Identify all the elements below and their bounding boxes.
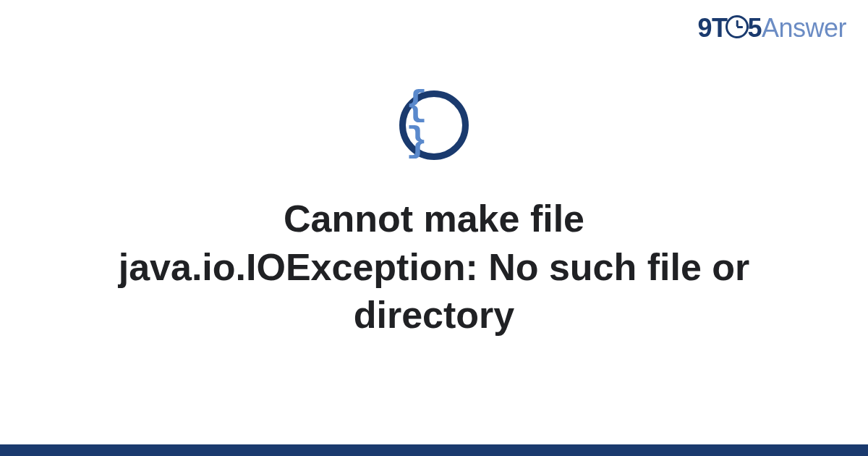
main-content: { } Cannot make file java.io.IOException… [0,90,868,339]
footer-bar [0,444,868,456]
brand-logo: 9T5Answer [697,13,846,43]
brand-text-9t: 9T [697,13,727,43]
clock-icon [726,15,749,38]
topic-icon-circle: { } [399,90,469,160]
code-braces-icon: { } [406,88,462,160]
brand-text-answer: Answer [762,13,846,43]
question-title: Cannot make file java.io.IOException: No… [87,195,781,339]
brand-text-5: 5 [747,13,762,43]
